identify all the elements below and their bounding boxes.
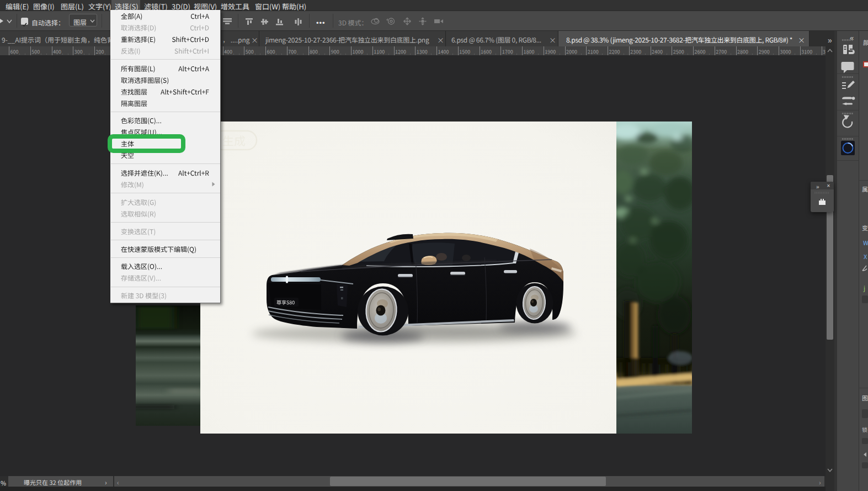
- svg-text:尊享S80: 尊享S80: [276, 299, 295, 306]
- svg-text:生成: 生成: [222, 132, 246, 149]
